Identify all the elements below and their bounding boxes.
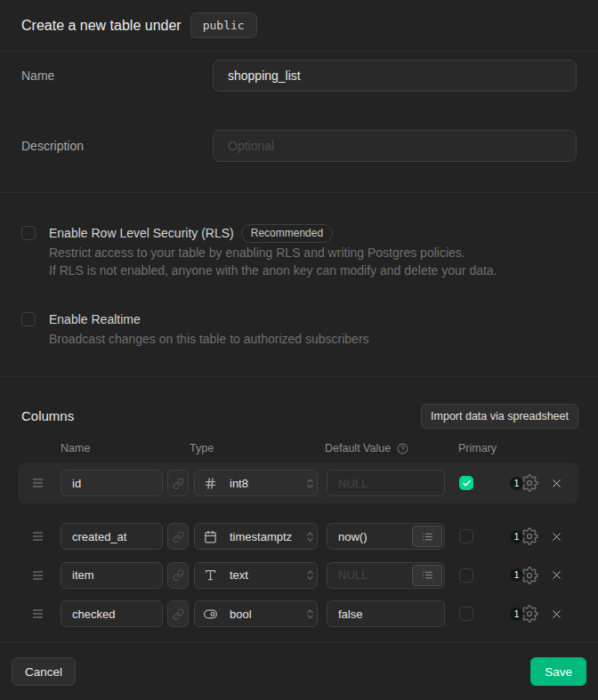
realtime-description: Broadcast changes on this table to autho… [49, 331, 369, 349]
remove-column-icon[interactable] [550, 568, 563, 582]
settings-count-badge: 1 [510, 607, 523, 621]
realtime-checkbox[interactable] [21, 312, 36, 326]
realtime-option: Enable Realtime Broadcast changes on thi… [21, 312, 577, 349]
column-name-input[interactable] [61, 600, 163, 627]
column-type-select[interactable]: timestamptz [194, 523, 318, 550]
cancel-button[interactable]: Cancel [12, 657, 76, 686]
rls-checkbox[interactable] [21, 226, 36, 240]
recommended-badge: Recommended [241, 224, 333, 243]
foreign-key-link-icon[interactable] [167, 600, 189, 627]
remove-column-icon[interactable] [550, 530, 563, 543]
gear-icon [521, 474, 538, 492]
gear-icon [521, 527, 538, 545]
rls-label: Enable Row Level Security (RLS) [49, 226, 234, 240]
column-name-input[interactable] [61, 523, 163, 550]
column-type-select[interactable]: bool [194, 600, 318, 627]
settings-count-badge: 1 [510, 568, 523, 582]
options-section: Enable Row Level Security (RLS) Recommen… [0, 193, 598, 377]
column-header-type: Type [190, 442, 214, 455]
remove-column-icon[interactable] [550, 477, 563, 490]
column-default-input[interactable] [327, 470, 445, 496]
gear-icon [521, 605, 538, 623]
select-chevrons-icon [306, 607, 314, 621]
column-type-select[interactable]: int8 [194, 470, 318, 496]
table-description-input[interactable] [213, 130, 577, 162]
column-row: bool 1 [18, 600, 578, 627]
settings-count-badge: 1 [510, 477, 523, 490]
dialog-footer: Cancel Save [0, 643, 598, 700]
hash-icon [204, 477, 217, 490]
rls-description-line2: If RLS is not enabled, anyone with the a… [49, 262, 497, 280]
drag-handle-icon[interactable] [33, 571, 43, 580]
columns-section: Columns Import data via spreadsheet Name… [0, 377, 598, 643]
description-label: Description [21, 130, 213, 162]
foreign-key-link-icon[interactable] [167, 470, 189, 496]
column-type-value: text [230, 568, 306, 582]
column-settings-button[interactable]: 1 [510, 527, 538, 546]
columns-table-header: Name Type Default Value Primary [18, 442, 578, 455]
save-button[interactable]: Save [530, 657, 586, 686]
dialog-title: Create a new table under [21, 18, 182, 34]
column-settings-button[interactable]: 1 [510, 473, 538, 493]
table-name-input[interactable] [213, 60, 577, 92]
column-settings-button[interactable]: 1 [510, 604, 538, 624]
primary-checkbox[interactable] [459, 529, 473, 543]
form-section: Name Description [0, 52, 598, 193]
foreign-key-link-icon[interactable] [167, 523, 189, 550]
column-type-value: timestamptz [230, 530, 306, 543]
column-name-input[interactable] [61, 470, 163, 496]
primary-checkbox[interactable] [459, 607, 473, 621]
column-name-input[interactable] [61, 562, 163, 589]
select-chevrons-icon [306, 568, 314, 582]
gear-icon [521, 567, 538, 584]
column-row: text 1 [18, 562, 578, 589]
primary-checkbox[interactable] [459, 568, 473, 583]
dialog-header: Create a new table under public [0, 0, 598, 52]
column-header-name: Name [61, 442, 90, 455]
text-type-icon [204, 568, 217, 582]
help-icon[interactable] [397, 443, 408, 455]
foreign-key-link-icon[interactable] [167, 562, 189, 589]
column-row: int8 1 [18, 463, 578, 503]
default-value-menu-button[interactable] [412, 565, 442, 586]
default-value-menu-button[interactable] [412, 526, 442, 547]
settings-count-badge: 1 [510, 530, 523, 543]
realtime-label: Enable Realtime [49, 312, 141, 326]
column-row: timestamptz 1 [18, 523, 578, 550]
column-header-primary: Primary [458, 442, 497, 455]
column-default-input[interactable] [327, 600, 445, 627]
column-type-value: int8 [230, 477, 306, 490]
remove-column-icon[interactable] [550, 607, 563, 621]
schema-chip: public [190, 12, 257, 38]
select-chevrons-icon [306, 477, 314, 490]
column-type-value: bool [230, 607, 306, 621]
column-type-select[interactable]: text [194, 562, 318, 589]
primary-checkbox-checked[interactable] [459, 476, 473, 490]
calendar-icon [204, 530, 217, 543]
toggle-icon [204, 607, 217, 621]
column-settings-button[interactable]: 1 [510, 566, 538, 585]
rls-option: Enable Row Level Security (RLS) Recommen… [21, 226, 577, 279]
drag-handle-icon[interactable] [33, 532, 43, 541]
rls-description-line1: Restrict access to your table by enablin… [49, 245, 497, 262]
select-chevrons-icon [306, 530, 314, 543]
import-data-button[interactable]: Import data via spreadsheet [421, 404, 578, 429]
drag-handle-icon[interactable] [33, 609, 43, 618]
column-header-default: Default Value [325, 442, 391, 455]
columns-title: Columns [21, 408, 74, 423]
name-label: Name [21, 60, 213, 92]
drag-handle-icon[interactable] [33, 479, 43, 487]
